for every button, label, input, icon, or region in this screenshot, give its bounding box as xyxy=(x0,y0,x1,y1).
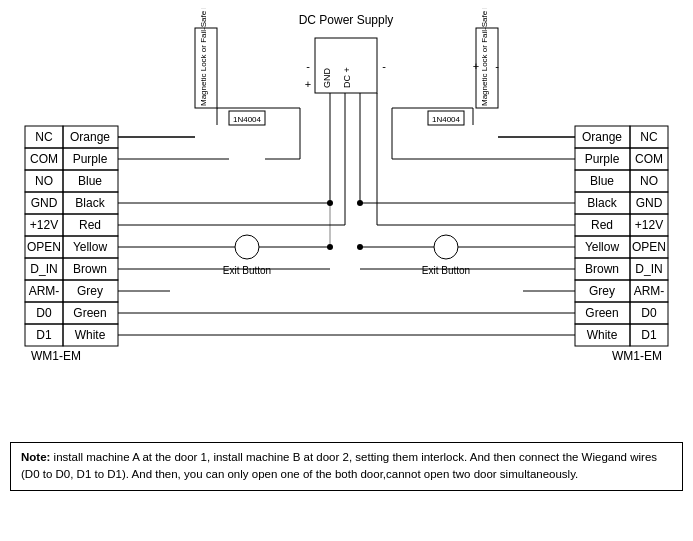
svg-text:D_IN: D_IN xyxy=(30,262,57,276)
svg-text:Purple: Purple xyxy=(73,152,108,166)
svg-point-114 xyxy=(327,200,333,206)
note-bold: Note: xyxy=(21,451,50,463)
svg-text:Black: Black xyxy=(75,196,105,210)
svg-text:Green: Green xyxy=(73,306,106,320)
svg-text:Yellow: Yellow xyxy=(585,240,620,254)
svg-text:D_IN: D_IN xyxy=(635,262,662,276)
note-section: Note: install machine A at the door 1, i… xyxy=(10,442,683,491)
minus-left: - xyxy=(306,60,310,72)
svg-text:Purple: Purple xyxy=(585,152,620,166)
note-text: install machine A at the door 1, install… xyxy=(21,451,657,480)
svg-text:Brown: Brown xyxy=(585,262,619,276)
svg-point-110 xyxy=(434,235,458,259)
svg-text:COM: COM xyxy=(30,152,58,166)
svg-text:NO: NO xyxy=(35,174,53,188)
svg-text:GND: GND xyxy=(31,196,58,210)
svg-text:Orange: Orange xyxy=(582,130,622,144)
mag-lock-left-label: Magnetic Lock or Fail-Safe Lock xyxy=(199,8,208,106)
dc-plus-label: DC + xyxy=(342,67,352,88)
svg-text:Blue: Blue xyxy=(590,174,614,188)
svg-point-117 xyxy=(357,244,363,250)
svg-text:D1: D1 xyxy=(641,328,657,342)
minus-right: - xyxy=(382,60,386,72)
exit-button-right-label: Exit Button xyxy=(422,265,470,276)
dc-supply-label: DC Power Supply xyxy=(299,13,394,27)
plus-right-mag: + xyxy=(473,60,479,72)
svg-text:OPEN: OPEN xyxy=(632,240,666,254)
diode-left-label: 1N4004 xyxy=(233,115,262,124)
plus-left: + xyxy=(305,78,311,90)
svg-text:ARM-: ARM- xyxy=(29,284,60,298)
gnd-label: GND xyxy=(322,68,332,89)
svg-point-115 xyxy=(357,200,363,206)
svg-text:Red: Red xyxy=(79,218,101,232)
svg-text:D1: D1 xyxy=(36,328,52,342)
svg-text:NO: NO xyxy=(640,174,658,188)
svg-text:White: White xyxy=(587,328,618,342)
svg-text:COM: COM xyxy=(635,152,663,166)
svg-text:Brown: Brown xyxy=(73,262,107,276)
svg-text:Blue: Blue xyxy=(78,174,102,188)
diode-right-label: 1N4004 xyxy=(432,115,461,124)
mag-lock-right-label: Magnetic Lock or Fail-Safe Lock xyxy=(480,8,489,106)
svg-point-95 xyxy=(235,235,259,259)
svg-text:Grey: Grey xyxy=(77,284,103,298)
svg-text:White: White xyxy=(75,328,106,342)
left-device-label: WM1-EM xyxy=(31,349,81,363)
wiring-diagram-svg: DC Power Supply Magnetic Lock or Fail-Sa… xyxy=(10,8,683,438)
svg-text:NC: NC xyxy=(35,130,53,144)
svg-text:Yellow: Yellow xyxy=(73,240,108,254)
svg-text:NC: NC xyxy=(640,130,658,144)
svg-text:GND: GND xyxy=(636,196,663,210)
svg-text:Red: Red xyxy=(591,218,613,232)
svg-point-116 xyxy=(327,244,333,250)
right-table: Orange NC Purple COM Blue NO Black GND R… xyxy=(575,126,668,363)
svg-text:D0: D0 xyxy=(641,306,657,320)
svg-text:Orange: Orange xyxy=(70,130,110,144)
svg-text:Green: Green xyxy=(585,306,618,320)
svg-text:+12V: +12V xyxy=(30,218,58,232)
svg-text:Black: Black xyxy=(587,196,617,210)
left-table: NC Orange COM Purple NO Blue GND Black +… xyxy=(25,126,118,363)
svg-text:Grey: Grey xyxy=(589,284,615,298)
svg-text:+12V: +12V xyxy=(635,218,663,232)
svg-text:OPEN: OPEN xyxy=(27,240,61,254)
svg-text:ARM-: ARM- xyxy=(634,284,665,298)
minus-right-mag: - xyxy=(495,60,499,72)
diagram-container: DC Power Supply Magnetic Lock or Fail-Sa… xyxy=(0,0,693,499)
exit-button-left-label: Exit Button xyxy=(223,265,271,276)
right-device-label: WM1-EM xyxy=(612,349,662,363)
svg-text:D0: D0 xyxy=(36,306,52,320)
